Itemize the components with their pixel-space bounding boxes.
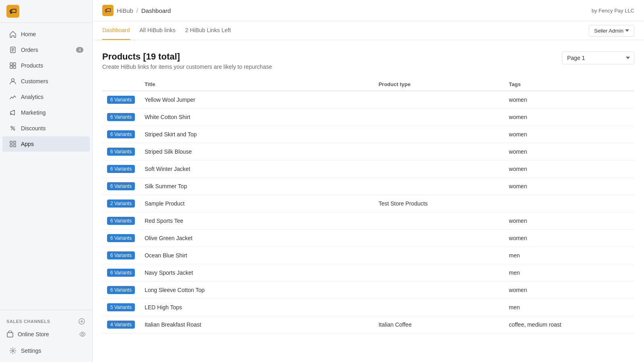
title-cell: White Cotton Shirt — [140, 109, 374, 126]
orders-icon — [9, 46, 17, 54]
type-cell — [374, 126, 504, 143]
sidebar-item-label-apps: Apps — [21, 141, 34, 147]
type-cell — [374, 230, 504, 247]
online-store-label: Online Store — [18, 331, 49, 337]
page-select[interactable]: Page 1 — [562, 51, 634, 64]
title-cell: Long Sleeve Cotton Top — [140, 282, 374, 299]
variant-cell: 6 Variants — [102, 160, 140, 178]
breadcrumb: 🏷 HiBub / Dashboard — [102, 5, 171, 16]
table-row[interactable]: 6 Variants Ocean Blue Shirt men — [102, 247, 634, 264]
sidebar-item-discounts[interactable]: Discounts — [2, 121, 90, 136]
svg-rect-4 — [13, 66, 16, 68]
sidebar-item-label-analytics: Analytics — [21, 94, 43, 100]
table-row[interactable]: 6 Variants Navy Sports Jacket men — [102, 264, 634, 282]
variant-badge: 6 Variants — [107, 96, 135, 104]
sidebar-item-products[interactable]: Products — [2, 58, 90, 73]
sidebar-nav: Home Orders 4 Products Customers Analyti… — [0, 23, 92, 310]
tags-cell: women — [504, 178, 634, 195]
sidebar-item-settings[interactable]: Settings — [2, 343, 90, 358]
variant-badge: 5 Variants — [107, 303, 135, 311]
table-row[interactable]: 6 Variants Red Sports Tee women — [102, 212, 634, 230]
sidebar-item-orders[interactable]: Orders 4 — [2, 42, 90, 58]
type-cell — [374, 264, 504, 282]
breadcrumb-current-page: Dashboard — [141, 7, 171, 14]
table-row[interactable]: 4 Variants Italian Breakfast Roast Itali… — [102, 316, 634, 333]
table-row[interactable]: 6 Variants Olive Green Jacket women — [102, 230, 634, 247]
customers-icon — [9, 77, 17, 85]
variant-badge: 6 Variants — [107, 217, 135, 225]
sales-channels-section-label: SALES CHANNELS — [0, 313, 92, 327]
products-table: Title Product type Tags 6 Variants Yello… — [102, 78, 634, 333]
tags-cell: men — [504, 247, 634, 264]
sidebar-item-marketing[interactable]: Marketing — [2, 105, 90, 120]
online-store-icon — [6, 331, 14, 338]
variant-badge: 6 Variants — [107, 251, 135, 259]
page-subtitle: Create HiBub links for items your custom… — [102, 64, 272, 70]
subnav-tab-dashboard[interactable]: Dashboard — [102, 21, 130, 40]
sidebar-item-apps[interactable]: Apps — [2, 136, 90, 152]
page-content: Products [19 total] Create HiBub links f… — [93, 40, 644, 362]
online-store-visibility-icon[interactable] — [79, 331, 86, 337]
table-row[interactable]: 6 Variants Yellow Wool Jumper women — [102, 91, 634, 109]
sidebar-item-analytics[interactable]: Analytics — [2, 89, 90, 105]
sidebar-item-label-customers: Customers — [21, 78, 48, 84]
type-cell — [374, 143, 504, 160]
sidebar-item-home[interactable]: Home — [2, 27, 90, 42]
variant-cell: 6 Variants — [102, 91, 140, 109]
type-cell — [374, 160, 504, 178]
table-row[interactable]: 5 Variants LED High Tops men — [102, 299, 634, 316]
type-cell — [374, 299, 504, 316]
variant-cell: 6 Variants — [102, 109, 140, 126]
title-cell: Striped Skirt and Top — [140, 126, 374, 143]
breadcrumb-app-link[interactable]: HiBub — [117, 7, 133, 14]
table-row[interactable]: 6 Variants Silk Summer Top women — [102, 178, 634, 195]
type-cell — [374, 91, 504, 109]
subnav-tab-links-left[interactable]: 2 HiBub Links Left — [185, 21, 231, 40]
variant-cell: 6 Variants — [102, 143, 140, 160]
sidebar-item-customers[interactable]: Customers — [2, 74, 90, 89]
subnav-tab-all-links[interactable]: All HiBub links — [140, 21, 175, 40]
title-cell: Soft Winter Jacket — [140, 160, 374, 178]
sales-channels-label: SALES CHANNELS — [6, 319, 50, 324]
table-row[interactable]: 6 Variants Striped Skirt and Top women — [102, 126, 634, 143]
table-row[interactable]: 6 Variants Long Sleeve Cotton Top women — [102, 282, 634, 299]
tags-cell: men — [504, 299, 634, 316]
table-row[interactable]: 6 Variants White Cotton Shirt women — [102, 109, 634, 126]
analytics-icon — [9, 93, 17, 101]
title-cell: Striped Silk Blouse — [140, 143, 374, 160]
title-cell: LED High Tops — [140, 299, 374, 316]
tags-cell: women — [504, 282, 634, 299]
title-cell: Navy Sports Jacket — [140, 264, 374, 282]
sidebar-item-label-home: Home — [21, 31, 36, 37]
table-row[interactable]: 6 Variants Striped Silk Blouse women — [102, 143, 634, 160]
variant-cell: 5 Variants — [102, 299, 140, 316]
svg-rect-8 — [10, 141, 12, 144]
page-title: Products [19 total] — [102, 51, 272, 62]
table-row[interactable]: 2 Variants Sample Product Test Store Pro… — [102, 195, 634, 212]
tags-cell: women — [504, 143, 634, 160]
table-row[interactable]: 6 Variants Soft Winter Jacket women — [102, 160, 634, 178]
svg-rect-10 — [10, 145, 12, 147]
marketing-icon — [9, 109, 17, 117]
col-header-title: Title — [140, 78, 374, 91]
variant-cell: 6 Variants — [102, 264, 140, 282]
seller-admin-button[interactable]: Seller Admin — [589, 25, 634, 37]
type-cell: Test Store Products — [374, 195, 504, 212]
type-cell — [374, 178, 504, 195]
table-header: Title Product type Tags — [102, 78, 634, 91]
type-cell — [374, 212, 504, 230]
svg-point-5 — [12, 79, 14, 82]
table-body: 6 Variants Yellow Wool Jumper women 6 Va… — [102, 91, 634, 333]
apps-icon — [9, 140, 17, 148]
discounts-icon — [9, 124, 17, 132]
type-cell — [374, 282, 504, 299]
sidebar-item-online-store[interactable]: Online Store — [0, 327, 92, 341]
breadcrumb-app-icon: 🏷 — [102, 5, 114, 16]
variant-badge: 4 Variants — [107, 321, 135, 329]
variant-cell: 6 Variants — [102, 247, 140, 264]
products-icon — [9, 62, 17, 70]
add-sales-channel-button[interactable] — [78, 317, 86, 325]
topbar-right-text: by Fency Pay LLC — [592, 8, 634, 14]
app-logo-icon: 🏷 — [6, 5, 19, 18]
tags-cell: women — [504, 91, 634, 109]
